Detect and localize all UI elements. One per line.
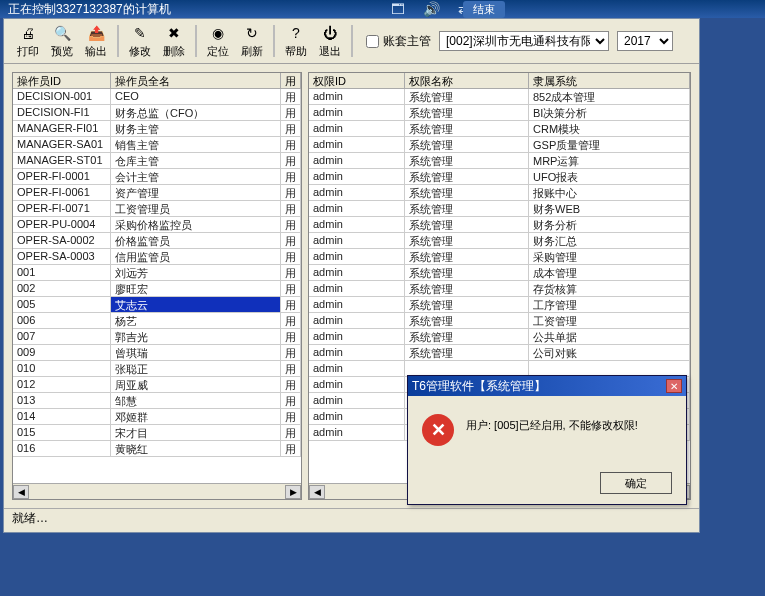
定位-icon: ◉ [209, 24, 227, 42]
col-operator-id[interactable]: 操作员ID [13, 73, 111, 88]
table-row[interactable]: 007郭吉光用 [13, 329, 301, 345]
company-select[interactable]: [002]深圳市无电通科技有限公司 [439, 31, 609, 51]
刷新-icon: ↻ [243, 24, 261, 42]
scroll-right-icon[interactable]: ▶ [285, 485, 301, 499]
修改-icon: ✎ [131, 24, 149, 42]
table-row[interactable]: admin系统管理成本管理 [309, 265, 690, 281]
table-row[interactable]: OPER-FI-0001会计主管用 [13, 169, 301, 185]
col-perm-system[interactable]: 隶属系统 [529, 73, 690, 88]
table-row[interactable]: admin系统管理BI决策分析 [309, 105, 690, 121]
table-row[interactable]: 015宋才目用 [13, 425, 301, 441]
table-row[interactable]: MANAGER-FI01财务主管用 [13, 121, 301, 137]
table-row[interactable]: OPER-PU-0004采购价格监控员用 [13, 217, 301, 233]
修改-button[interactable]: ✎修改 [124, 24, 156, 59]
table-row[interactable]: 016黄晓红用 [13, 441, 301, 457]
table-row[interactable]: OPER-SA-0003信用监管员用 [13, 249, 301, 265]
left-scrollbar[interactable]: ◀ ▶ [13, 483, 301, 499]
table-row[interactable]: admin系统管理存货核算 [309, 281, 690, 297]
remote-title-text: 正在控制3327132387的计算机 [8, 1, 171, 18]
status-text: 就绪… [12, 510, 48, 527]
operators-header: 操作员ID 操作员全名 用 [13, 73, 301, 89]
table-row[interactable]: admin系统管理公司对账 [309, 345, 690, 361]
dialog-title-text: T6管理软件【系统管理】 [412, 378, 546, 395]
col-operator-use[interactable]: 用 [281, 73, 301, 88]
table-row[interactable]: admin系统管理财务WEB [309, 201, 690, 217]
dialog-titlebar[interactable]: T6管理软件【系统管理】 ✕ [408, 376, 686, 396]
operators-body[interactable]: DECISION-001CEO用DECISION-FI1财务总监（CFO）用MA… [13, 89, 301, 483]
end-button[interactable]: 结束 [463, 1, 505, 18]
打印-button[interactable]: 🖨打印 [12, 24, 44, 59]
table-row[interactable]: admin系统管理CRM模块 [309, 121, 690, 137]
sound-icon[interactable]: 🔊 [423, 1, 440, 17]
预览-button[interactable]: 🔍预览 [46, 24, 78, 59]
退出-icon: ⏻ [321, 24, 339, 42]
table-row[interactable]: OPER-SA-0002价格监管员用 [13, 233, 301, 249]
刷新-button[interactable]: ↻刷新 [236, 24, 268, 59]
删除-button[interactable]: ✖删除 [158, 24, 190, 59]
year-select[interactable]: 2017 [617, 31, 673, 51]
table-row[interactable]: admin系统管理财务汇总 [309, 233, 690, 249]
table-row[interactable]: DECISION-FI1财务总监（CFO）用 [13, 105, 301, 121]
col-perm-id[interactable]: 权限ID [309, 73, 405, 88]
输出-button[interactable]: 📤输出 [80, 24, 112, 59]
col-perm-name[interactable]: 权限名称 [405, 73, 529, 88]
scroll-left-icon[interactable]: ◀ [309, 485, 325, 499]
table-row[interactable]: 002廖旺宏用 [13, 281, 301, 297]
window-icon[interactable]: 🗔 [391, 1, 405, 17]
table-row[interactable]: admin系统管理工资管理 [309, 313, 690, 329]
table-row[interactable]: admin系统管理报账中心 [309, 185, 690, 201]
退出-button[interactable]: ⏻退出 [314, 24, 346, 59]
permissions-header: 权限ID 权限名称 隶属系统 [309, 73, 690, 89]
remote-titlebar: 正在控制3327132387的计算机 🗔 🔊 ⇄ ✚ 结束 [0, 0, 765, 18]
operators-pane: 操作员ID 操作员全名 用 DECISION-001CEO用DECISION-F… [12, 72, 302, 500]
statusbar: 就绪… [4, 508, 699, 528]
table-row[interactable]: 006杨艺用 [13, 313, 301, 329]
定位-button[interactable]: ◉定位 [202, 24, 234, 59]
table-row[interactable]: admin系统管理工序管理 [309, 297, 690, 313]
table-row[interactable]: admin系统管理采购管理 [309, 249, 690, 265]
message-dialog: T6管理软件【系统管理】 ✕ ✕ 用户: [005]已经启用, 不能修改权限! … [407, 375, 687, 505]
close-icon[interactable]: ✕ [666, 379, 682, 393]
table-row[interactable]: admin系统管理公共单据 [309, 329, 690, 345]
table-row[interactable]: 012周亚威用 [13, 377, 301, 393]
ok-button[interactable]: 确定 [600, 472, 672, 494]
table-row[interactable]: admin系统管理MRP运算 [309, 153, 690, 169]
table-row[interactable]: admin系统管理852成本管理 [309, 89, 690, 105]
error-icon: ✕ [422, 414, 454, 446]
account-supervisor-checkbox[interactable]: 账套主管 [366, 33, 431, 50]
table-row[interactable]: MANAGER-SA01销售主管用 [13, 137, 301, 153]
table-row[interactable]: OPER-FI-0071工资管理员用 [13, 201, 301, 217]
table-row[interactable]: admin系统管理UFO报表 [309, 169, 690, 185]
toolbar: 🖨打印🔍预览📤输出✎修改✖删除◉定位↻刷新?帮助⏻退出账套主管[002]深圳市无… [4, 19, 699, 64]
table-row[interactable]: admin系统管理财务分析 [309, 217, 690, 233]
scroll-left-icon[interactable]: ◀ [13, 485, 29, 499]
帮助-button[interactable]: ?帮助 [280, 24, 312, 59]
删除-icon: ✖ [165, 24, 183, 42]
table-row[interactable]: 013邹慧用 [13, 393, 301, 409]
帮助-icon: ? [287, 24, 305, 42]
table-row[interactable]: 001刘远芳用 [13, 265, 301, 281]
dialog-message: 用户: [005]已经启用, 不能修改权限! [466, 410, 638, 433]
col-operator-name[interactable]: 操作员全名 [111, 73, 281, 88]
table-row[interactable]: DECISION-001CEO用 [13, 89, 301, 105]
table-row[interactable]: 010张聪正用 [13, 361, 301, 377]
预览-icon: 🔍 [53, 24, 71, 42]
table-row[interactable]: admin系统管理GSP质量管理 [309, 137, 690, 153]
输出-icon: 📤 [87, 24, 105, 42]
dialog-body: ✕ 用户: [005]已经启用, 不能修改权限! [408, 396, 686, 460]
table-row[interactable]: 014邓姬群用 [13, 409, 301, 425]
打印-icon: 🖨 [19, 24, 37, 42]
table-row[interactable]: OPER-FI-0061资产管理用 [13, 185, 301, 201]
table-row[interactable]: 009曾琪瑞用 [13, 345, 301, 361]
table-row[interactable]: MANAGER-ST01仓库主管用 [13, 153, 301, 169]
table-row[interactable]: 005艾志云用 [13, 297, 301, 313]
